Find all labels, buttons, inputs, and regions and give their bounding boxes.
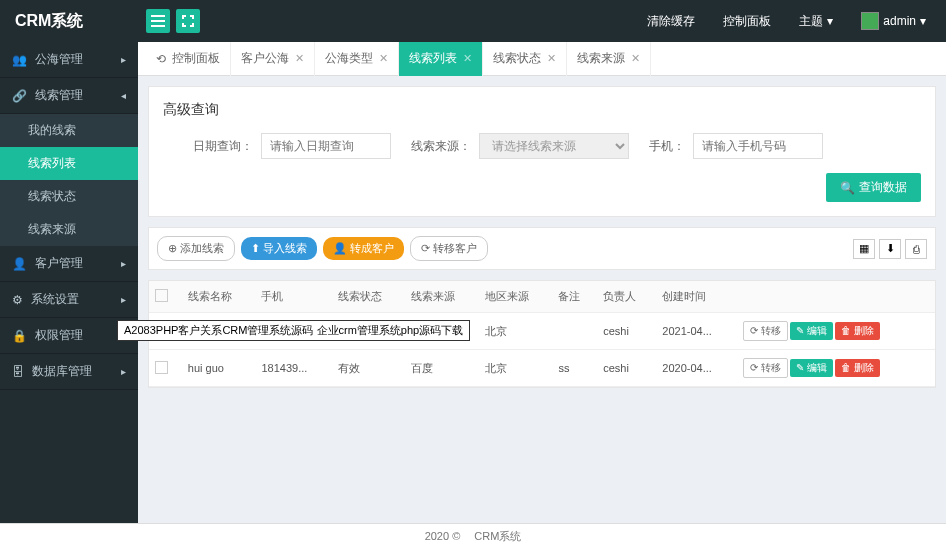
sidebar-item[interactable]: 👥公海管理▸ (0, 42, 138, 78)
user-menu[interactable]: admin▾ (861, 12, 926, 30)
import-lead-button[interactable]: ⬆ 导入线索 (241, 237, 317, 260)
transfer-customer-button[interactable]: ⟳ 转移客户 (410, 236, 488, 261)
source-select[interactable]: 请选择线索来源 (479, 133, 629, 159)
sidebar-item[interactable]: 👤客户管理▸ (0, 246, 138, 282)
menu-icon: 🔒 (12, 329, 27, 343)
footer: 2020 © CRM系统 (0, 523, 946, 549)
tab[interactable]: 客户公海✕ (231, 42, 315, 76)
tab[interactable]: 公海类型✕ (315, 42, 399, 76)
sidebar-subitem[interactable]: 线索来源 (0, 213, 138, 246)
table-header: 创建时间 (656, 281, 737, 313)
table-header (737, 281, 935, 313)
clear-cache-link[interactable]: 清除缓存 (647, 13, 695, 30)
close-icon[interactable]: ✕ (547, 52, 556, 65)
close-icon[interactable]: ✕ (463, 52, 472, 65)
fullscreen-button[interactable] (176, 9, 200, 33)
row-edit-button[interactable]: ✎ 编辑 (790, 322, 833, 340)
table-header: 线索来源 (405, 281, 479, 313)
sidebar-item[interactable]: 🗄数据库管理▸ (0, 354, 138, 390)
sidebar-subitem[interactable]: 线索列表 (0, 147, 138, 180)
close-icon[interactable]: ✕ (631, 52, 640, 65)
table-header: 负责人 (597, 281, 656, 313)
chevron-down-icon: ▾ (827, 14, 833, 28)
tab[interactable]: 线索状态✕ (483, 42, 567, 76)
menu-icon: 👥 (12, 53, 27, 67)
date-input[interactable] (261, 133, 391, 159)
avatar-icon (861, 12, 879, 30)
menu-icon: 🗄 (12, 365, 24, 379)
app-logo: CRM系统 (0, 11, 138, 32)
sidebar-item[interactable]: 🔗线索管理◂ (0, 78, 138, 114)
header: CRM系统 清除缓存 控制面板 主题▾ admin▾ (0, 0, 946, 42)
row-edit-button[interactable]: ✎ 编辑 (790, 359, 833, 377)
chevron-icon: ▸ (121, 258, 126, 269)
tooltip: A2083PHP客户关系CRM管理系统源码 企业crm管理系统php源码下载 (117, 320, 470, 341)
tab-bar: ⟲ 控制面板客户公海✕公海类型✕线索列表✕线索状态✕线索来源✕ (138, 42, 946, 76)
row-delete-button[interactable]: 🗑 删除 (835, 359, 880, 377)
chevron-down-icon: ▾ (920, 14, 926, 28)
phone-label: 手机： (649, 138, 685, 155)
table-header: 地区来源 (479, 281, 553, 313)
row-delete-button[interactable]: 🗑 删除 (835, 322, 880, 340)
date-label: 日期查询： (193, 138, 253, 155)
search-icon: 🔍 (840, 181, 855, 195)
row-transfer-button[interactable]: ⟳ 转移 (743, 358, 788, 378)
control-panel-link[interactable]: 控制面板 (723, 13, 771, 30)
table-header: 备注 (552, 281, 597, 313)
table-row: hui guo181439...有效百度北京ssceshi2020-04...⟳… (149, 350, 935, 387)
menu-icon: ⚙ (12, 293, 23, 307)
chevron-icon: ▸ (121, 294, 126, 305)
theme-dropdown[interactable]: 主题▾ (799, 13, 833, 30)
sidebar-subitem[interactable]: 线索状态 (0, 180, 138, 213)
sidebar-item[interactable]: ⚙系统设置▸ (0, 282, 138, 318)
table-header: 线索名称 (182, 281, 256, 313)
phone-input[interactable] (693, 133, 823, 159)
source-label: 线索来源： (411, 138, 471, 155)
table-header (149, 281, 182, 313)
add-lead-button[interactable]: ⊕ 添加线索 (157, 236, 235, 261)
menu-icon: 🔗 (12, 89, 27, 103)
query-panel: 高级查询 日期查询： 线索来源：请选择线索来源 手机： 🔍查询数据 (148, 86, 936, 217)
chevron-icon: ◂ (121, 90, 126, 101)
columns-icon[interactable]: ▦ (853, 239, 875, 259)
print-icon[interactable]: ⎙ (905, 239, 927, 259)
close-icon[interactable]: ✕ (379, 52, 388, 65)
menu-icon: 👤 (12, 257, 27, 271)
row-checkbox[interactable] (155, 361, 168, 374)
chevron-icon: ▸ (121, 366, 126, 377)
query-title: 高级查询 (163, 101, 921, 119)
query-button[interactable]: 🔍查询数据 (826, 173, 921, 202)
close-icon[interactable]: ✕ (295, 52, 304, 65)
select-all-checkbox[interactable] (155, 289, 168, 302)
chevron-icon: ▸ (121, 54, 126, 65)
toolbar: ⊕ 添加线索 ⬆ 导入线索 👤 转成客户 ⟳ 转移客户 ▦ ⬇ ⎙ (148, 227, 936, 270)
sidebar-subitem[interactable]: 我的线索 (0, 114, 138, 147)
table-header: 线索状态 (332, 281, 406, 313)
tab[interactable]: 线索来源✕ (567, 42, 651, 76)
tab[interactable]: ⟲ 控制面板 (146, 42, 231, 76)
row-transfer-button[interactable]: ⟳ 转移 (743, 321, 788, 341)
table-header: 手机 (255, 281, 331, 313)
tab[interactable]: 线索列表✕ (399, 42, 483, 76)
convert-customer-button[interactable]: 👤 转成客户 (323, 237, 404, 260)
export-icon[interactable]: ⬇ (879, 239, 901, 259)
menu-toggle-button[interactable] (146, 9, 170, 33)
sidebar: 👥公海管理▸🔗线索管理◂我的线索线索列表线索状态线索来源👤客户管理▸⚙系统设置▸… (0, 42, 138, 523)
